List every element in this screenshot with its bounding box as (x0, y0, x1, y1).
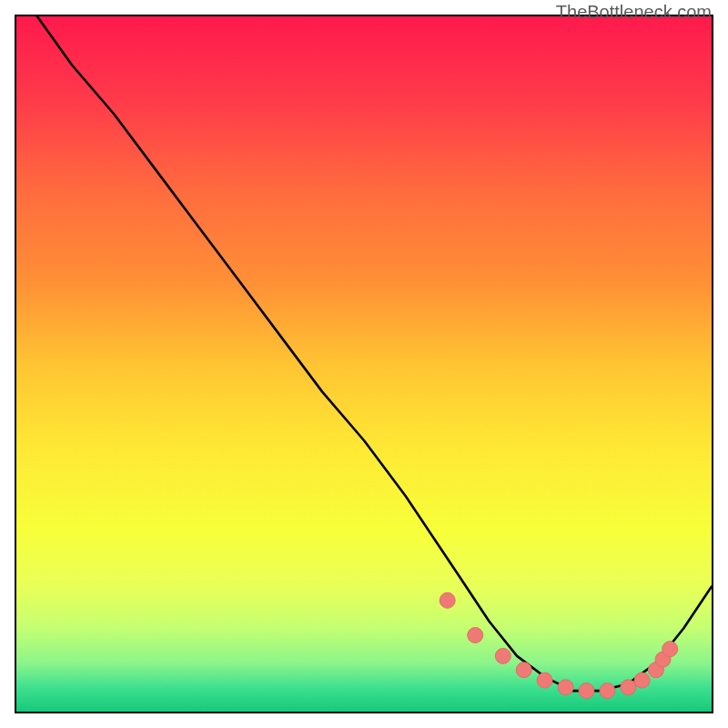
optimal-point (558, 680, 573, 695)
optimal-point (600, 683, 615, 699)
chart-background (16, 16, 712, 712)
optimal-point (495, 648, 511, 663)
optimal-point (621, 680, 636, 695)
optimal-point (662, 642, 678, 657)
optimal-point (440, 592, 455, 608)
optimal-point (634, 672, 650, 688)
optimal-point (579, 683, 594, 699)
optimal-point (516, 662, 531, 678)
optimal-point (468, 628, 483, 643)
chart-svg (16, 16, 712, 712)
watermark-label: TheBottleneck.com (556, 2, 712, 23)
optimal-point (537, 672, 552, 688)
chart-frame (15, 15, 713, 713)
